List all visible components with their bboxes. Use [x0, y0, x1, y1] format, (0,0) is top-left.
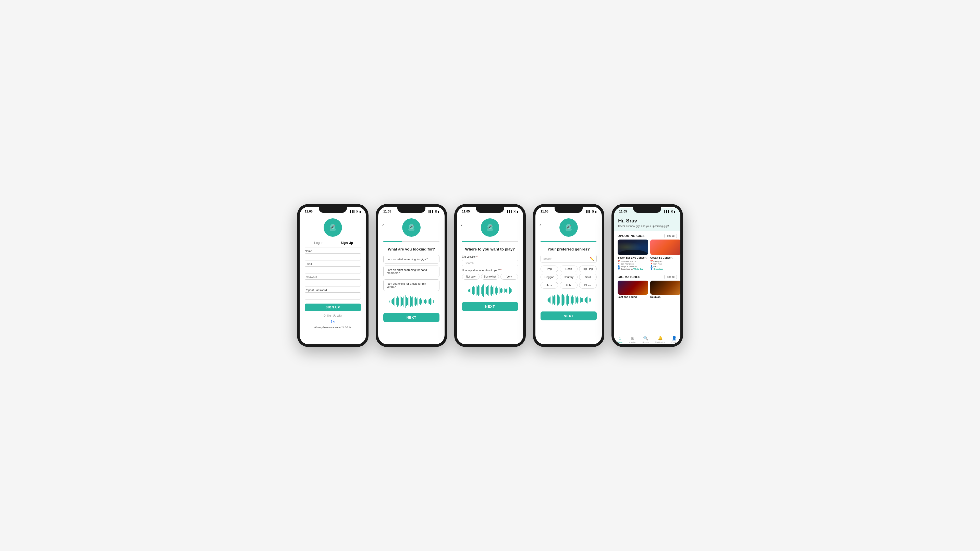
waveform-bar	[423, 299, 423, 304]
concert-bg-2	[650, 240, 680, 255]
waveform-bar	[585, 298, 586, 302]
screen2-content: ‹ 🎤 What are you looking for? I am an ar…	[378, 214, 445, 345]
matches-see-all[interactable]: See all	[664, 275, 677, 279]
waveform-bar	[484, 284, 484, 297]
genre-btn-soul[interactable]: Soul	[579, 274, 597, 280]
genre-btn-jazz[interactable]: Jazz	[541, 282, 558, 289]
upcoming-title: UPCOMING GIGS	[617, 234, 645, 238]
match-title-2: Reunion	[650, 295, 680, 299]
gig-card-1[interactable]: Beach Bar Live Concert 📅 Saturday, Apr 1…	[617, 240, 648, 270]
tab-login[interactable]: Log In	[305, 239, 333, 247]
svg-point-11	[566, 228, 572, 231]
waveform-bar	[584, 299, 584, 301]
genre-btn-hip-hop[interactable]: Hip Hop	[579, 265, 597, 272]
waveform-bar	[393, 298, 394, 305]
password-group: Password	[305, 275, 361, 286]
waveform-bar	[391, 300, 391, 303]
match-card-1[interactable]: Lost and Found	[617, 281, 648, 299]
genre-btn-folk[interactable]: Folk	[560, 282, 577, 289]
waveform-bar	[414, 298, 414, 305]
waveform-bar	[555, 296, 556, 304]
genre-search-placeholder: Search	[543, 257, 588, 260]
notification-icon: 🔔	[658, 336, 663, 341]
svg-point-2	[330, 228, 336, 231]
waveform-bar	[505, 289, 506, 292]
auth-tabs: Log In Sign Up	[305, 239, 361, 248]
screen4-title: Your preferred genres?	[541, 247, 597, 251]
gig-type-text-2: Band	[653, 265, 658, 268]
waveform-bar	[486, 287, 487, 294]
phone-1: 11:05 ▌▌▌ ⌘ ▮ 🎤 Log In Sign Up	[297, 204, 369, 347]
back-arrow-4[interactable]: ‹	[539, 222, 541, 228]
genre-btn-blues[interactable]: Blues	[579, 282, 597, 289]
nav-profile[interactable]: 👤 Profile	[671, 336, 677, 343]
already-account: Already have an account? LOG IN	[300, 326, 366, 329]
option-3[interactable]: I am searching for artists for my venue.…	[383, 279, 439, 291]
nav-notification[interactable]: 🔔 Notification	[655, 336, 665, 343]
tab-signup[interactable]: Sign Up	[333, 239, 361, 247]
upcoming-see-all[interactable]: See all	[664, 233, 677, 238]
waveform-bar	[488, 285, 489, 296]
email-input[interactable]	[305, 266, 361, 273]
match-card-2[interactable]: Reunion	[650, 281, 680, 299]
repeat-password-input[interactable]	[305, 292, 361, 300]
genre-btn-country[interactable]: Country	[560, 274, 577, 280]
app-logo-4: 🎤	[535, 214, 602, 239]
name-input[interactable]	[305, 253, 361, 260]
importance-somewhat[interactable]: Somewhat	[481, 274, 499, 279]
next-button-2[interactable]: NEXT	[383, 313, 439, 322]
waveform-bar	[430, 298, 431, 305]
waveform-bar	[577, 297, 578, 303]
waveform-bar	[409, 297, 409, 306]
google-icon[interactable]: G	[300, 319, 366, 324]
waveform-bar	[400, 296, 401, 307]
waveform-bar	[565, 297, 565, 303]
waveform-bar	[416, 299, 417, 305]
genre-btn-pop[interactable]: Pop	[541, 265, 558, 272]
phone-notch-2	[397, 206, 425, 213]
time-1: 11:05	[305, 210, 313, 213]
nav-home[interactable]: ⌂ Home	[617, 336, 622, 343]
organized-by-2: 👤 Organized	[650, 268, 680, 270]
gig-location-field[interactable]: Search	[462, 260, 518, 266]
screen1-content: 🎤 Log In Sign Up Name Email	[300, 214, 366, 345]
importance-very[interactable]: Very	[501, 274, 518, 279]
back-arrow-3[interactable]: ‹	[461, 222, 463, 228]
genre-btn-rock[interactable]: Rock	[560, 265, 577, 272]
logo-icon-2: 🎤	[406, 222, 417, 233]
gig-date-1: 📅 Saturday, Apr 15	[617, 260, 648, 262]
back-arrow-2[interactable]: ‹	[382, 222, 384, 228]
calendar-icon-2: 📅	[650, 260, 653, 262]
password-input[interactable]	[305, 279, 361, 286]
signup-button[interactable]: SIGN UP	[305, 303, 361, 311]
spacer-5	[614, 299, 680, 334]
phone-2-screen: 11:05 ▌▌▌ ⌘ ▮ ‹ 🎤 What	[378, 206, 445, 345]
waveform-bar	[469, 289, 470, 292]
email-label: Email	[305, 262, 361, 265]
gig-card-2[interactable]: Ocean Be Concert 📅 Friday Apr 📍 San Fran…	[650, 240, 680, 270]
genre-search-field[interactable]: Search ✏️	[541, 255, 597, 262]
location-icon-1: 📍	[617, 263, 620, 265]
nav-matcher[interactable]: ⊞ Matcher	[629, 336, 636, 343]
waveform-bar	[428, 300, 428, 303]
genre-btn-reggae[interactable]: Reggae	[541, 274, 558, 280]
phone-1-screen: 11:05 ▌▌▌ ⌘ ▮ 🎤 Log In Sign Up	[300, 206, 366, 345]
waveform-2	[383, 295, 439, 308]
organizer-2: Organized	[653, 268, 663, 270]
next-button-3[interactable]: NEXT	[462, 302, 518, 311]
password-label: Password	[305, 275, 361, 279]
waveform-bar	[586, 297, 587, 303]
gig-type-2: 👤 Band	[650, 265, 680, 268]
nav-search[interactable]: 🔍 Search	[642, 336, 649, 343]
importance-not-very[interactable]: Not very	[462, 274, 479, 279]
waveform-bar	[479, 286, 480, 295]
progress-fill-4	[541, 241, 596, 242]
status-icons-4: ▌▌▌ ⌘ ▮	[586, 210, 597, 213]
login-link[interactable]: LOG IN	[344, 326, 352, 329]
match-bg-2	[650, 281, 680, 295]
waveform-bar	[582, 298, 583, 302]
option-2[interactable]: I am an artist searching for band member…	[383, 265, 439, 277]
option-1[interactable]: I am an artist searching for gigs.*	[383, 255, 439, 264]
waveform-bar	[471, 288, 471, 293]
next-button-4[interactable]: NEXT	[541, 311, 597, 321]
